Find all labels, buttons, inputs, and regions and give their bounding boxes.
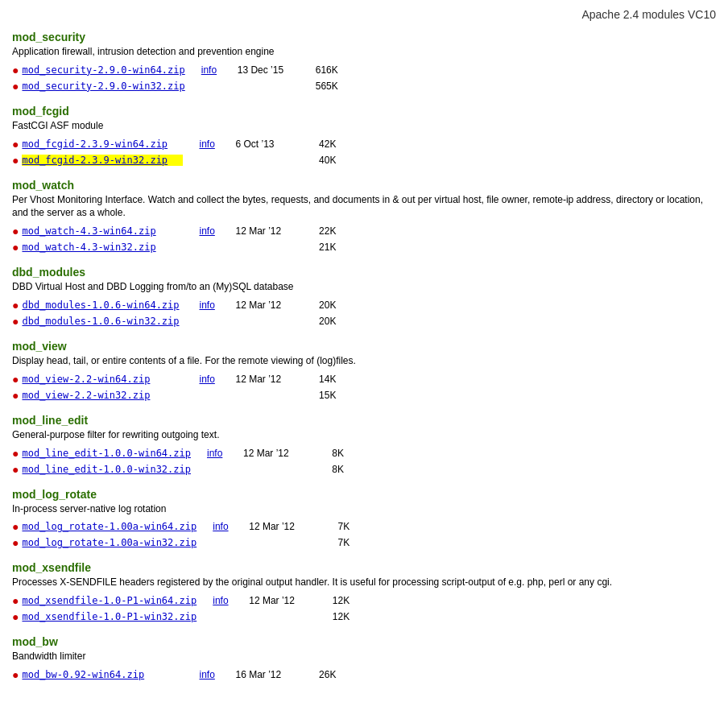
file-date: 12 Mar ’12 — [249, 521, 313, 532]
file-download-link[interactable]: mod_xsendfile-1.0-P1-win32.zip — [22, 611, 196, 622]
bullet-icon: ● — [12, 389, 19, 402]
file-row: ●mod_line_edit-1.0.0-win32.zipinfo8K — [12, 462, 716, 477]
module-section-mod_watch: mod_watchPer Vhost Monitoring Interface.… — [12, 179, 716, 255]
bullet-icon: ● — [12, 315, 19, 328]
module-section-mod_security: mod_securityApplication firewall, intrus… — [12, 31, 716, 93]
module-title: mod_fcgid — [12, 105, 716, 118]
file-download-link[interactable]: mod_watch-4.3-win64.zip — [22, 225, 183, 237]
file-date: 12 Mar ’12 — [243, 448, 308, 459]
file-size: 20K — [308, 299, 336, 311]
file-size: 8K — [316, 464, 344, 475]
module-section-mod_xsendfile: mod_xsendfileProcesses X-SENDFILE header… — [12, 561, 716, 624]
bullet-icon: ● — [12, 241, 19, 254]
bullet-icon: ● — [12, 299, 19, 312]
file-download-link[interactable]: mod_security-2.9.0-win64.zip — [22, 64, 184, 76]
file-row: ●dbd_modules-1.0.6-win32.zipinfo20K — [12, 314, 716, 328]
file-download-link[interactable]: mod_line_edit-1.0.0-win32.zip — [22, 464, 191, 475]
bullet-icon: ● — [12, 668, 19, 681]
file-download-link[interactable]: mod_bw-0.92-win64.zip — [22, 669, 183, 680]
file-date: 12 Mar ’12 — [249, 595, 313, 606]
file-row: ●mod_view-2.2-win64.zipinfo12 Mar ’1214K — [12, 372, 716, 386]
info-link[interactable]: info — [199, 225, 223, 237]
file-row: ●mod_xsendfile-1.0-P1-win64.zipinfo12 Ma… — [12, 593, 716, 608]
file-download-link[interactable]: mod_view-2.2-win32.zip — [22, 390, 183, 401]
bullet-icon: ● — [12, 64, 19, 76]
module-description: Display head, tail, or entire contents o… — [12, 354, 716, 368]
info-link[interactable]: info — [201, 64, 225, 76]
file-size: 14K — [308, 374, 336, 385]
file-size: 7K — [321, 521, 350, 532]
module-description: In-process server-native log rotation — [12, 502, 716, 516]
file-size: 40K — [308, 155, 336, 166]
bullet-icon: ● — [12, 80, 19, 93]
file-date: 12 Mar ’12 — [235, 299, 300, 311]
file-size: 565K — [310, 81, 338, 92]
bullet-icon: ● — [12, 373, 19, 386]
file-size: 15K — [308, 390, 336, 401]
file-row: ●mod_view-2.2-win32.zipinfo15K — [12, 388, 716, 403]
file-size: 22K — [308, 225, 336, 237]
bullet-icon: ● — [12, 463, 19, 476]
file-download-link[interactable]: mod_xsendfile-1.0-P1-win64.zip — [22, 595, 196, 606]
file-row: ●mod_watch-4.3-win64.zipinfo12 Mar ’1222… — [12, 224, 716, 238]
info-link[interactable]: info — [199, 138, 223, 150]
file-download-link[interactable]: mod_watch-4.3-win32.zip — [22, 242, 183, 253]
file-row: ●mod_fcgid-2.3.9-win32.zipinfo40K — [12, 153, 716, 167]
file-size: 26K — [308, 669, 336, 680]
file-download-link[interactable]: mod_view-2.2-win64.zip — [22, 374, 183, 385]
module-title: mod_line_edit — [12, 414, 716, 427]
module-section-mod_log_rotate: mod_log_rotateIn-process server-native l… — [12, 488, 716, 551]
file-size: 42K — [308, 138, 336, 150]
file-row: ●mod_log_rotate-1.00a-win32.zipinfo7K — [12, 535, 716, 550]
info-link[interactable]: info — [207, 448, 231, 459]
bullet-icon: ● — [12, 520, 19, 533]
module-description: Processes X-SENDFILE headers registered … — [12, 576, 716, 589]
bullet-icon: ● — [12, 225, 19, 238]
file-size: 12K — [321, 595, 350, 606]
file-date: 12 Mar ’12 — [235, 374, 300, 385]
module-section-mod_fcgid: mod_fcgidFastCGI ASF module●mod_fcgid-2.… — [12, 105, 716, 167]
module-title: mod_bw — [12, 635, 716, 648]
file-date: 16 Mar ’12 — [235, 669, 300, 680]
file-date: 6 Oct ’13 — [235, 138, 300, 150]
info-link[interactable]: info — [213, 595, 237, 606]
file-row: ●dbd_modules-1.0.6-win64.zipinfo12 Mar ’… — [12, 298, 716, 312]
file-size: 21K — [308, 242, 336, 253]
page-title: Apache 2.4 modules VC10 — [581, 8, 716, 21]
module-description: FastCGI ASF module — [12, 119, 716, 133]
info-link[interactable]: info — [199, 374, 223, 385]
file-row: ●mod_watch-4.3-win32.zipinfo21K — [12, 240, 716, 254]
file-download-link[interactable]: mod_security-2.9.0-win32.zip — [22, 81, 184, 92]
file-row: ●mod_fcgid-2.3.9-win64.zipinfo6 Oct ’134… — [12, 137, 716, 151]
module-description: Bandwidth limiter — [12, 650, 716, 663]
file-download-link[interactable]: mod_fcgid-2.3.9-win32.zip — [22, 155, 183, 166]
file-download-link[interactable]: dbd_modules-1.0.6-win64.zip — [22, 299, 183, 311]
file-row: ●mod_security-2.9.0-win32.zipinfo565K — [12, 79, 716, 93]
module-description: Application firewall, intrusion detectio… — [12, 45, 716, 59]
file-download-link[interactable]: dbd_modules-1.0.6-win32.zip — [22, 316, 183, 327]
bullet-icon: ● — [12, 138, 19, 151]
module-title: mod_xsendfile — [12, 561, 716, 574]
file-download-link[interactable]: mod_fcgid-2.3.9-win64.zip — [22, 138, 183, 150]
file-row: ●mod_line_edit-1.0.0-win64.zipinfo12 Mar… — [12, 446, 716, 461]
module-section-mod_line_edit: mod_line_editGeneral-purpose filter for … — [12, 414, 716, 477]
page-header: Apache 2.4 modules VC10 — [12, 8, 716, 21]
bullet-icon: ● — [12, 447, 19, 460]
info-link[interactable]: info — [213, 521, 237, 532]
file-row: ●mod_bw-0.92-win64.zipinfo16 Mar ’1226K — [12, 667, 716, 682]
file-size: 20K — [308, 316, 336, 327]
file-row: ●mod_log_rotate-1.00a-win64.zipinfo12 Ma… — [12, 519, 716, 534]
module-title: mod_view — [12, 340, 716, 353]
module-description: General-purpose filter for rewriting out… — [12, 428, 716, 442]
file-row: ●mod_xsendfile-1.0-P1-win32.zipinfo12K — [12, 609, 716, 624]
file-download-link[interactable]: mod_log_rotate-1.00a-win32.zip — [22, 537, 196, 548]
file-download-link[interactable]: mod_line_edit-1.0.0-win64.zip — [22, 448, 191, 459]
bullet-icon: ● — [12, 536, 19, 549]
file-size: 7K — [321, 537, 350, 548]
info-link[interactable]: info — [199, 669, 223, 680]
file-download-link[interactable]: mod_log_rotate-1.00a-win64.zip — [22, 521, 196, 532]
module-title: dbd_modules — [12, 266, 716, 279]
info-link[interactable]: info — [199, 299, 223, 311]
module-title: mod_security — [12, 31, 716, 43]
module-title: mod_watch — [12, 179, 716, 192]
